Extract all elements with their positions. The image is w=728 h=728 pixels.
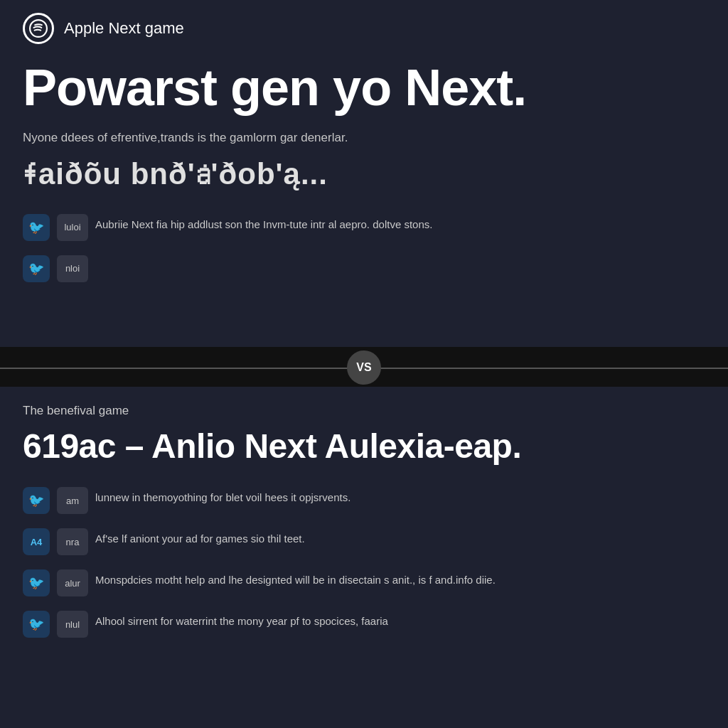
bottom-label-4: nlul [57,611,88,638]
twitter-icon-2: 🐦 [28,261,44,277]
bottom-twitter-icon-1: 🐦 [23,487,50,514]
subtitle-text: Nyone ddees of efrentive,trands is the g… [23,129,705,147]
a4-icon-box: A4 [23,528,50,555]
bottom-panel: The benefival game 619ac – Anlio Next Au… [0,387,728,728]
twitter-icon-b3: 🐦 [28,575,44,591]
vs-badge: VS [347,350,381,385]
foreign-text: ꞙaiðõu bnð'ȧ'ðob'ą... [23,157,705,191]
bottom-text-4: Alhool sirrent for waterrint the mony ye… [95,611,388,630]
app-title: Apple Next game [64,19,184,38]
bottom-text-2: Af'se lf aniont your ad for games sio th… [95,528,305,547]
bottom-item-4: 🐦 nlul Alhool sirrent for waterrint the … [23,604,705,645]
bottom-text-1: lunnew in themoyothing for blet voil hee… [95,487,350,506]
vs-text: VS [356,361,371,374]
vs-divider: VS [0,348,728,387]
list-item: 🐦 nloi [23,248,705,289]
spotify-icon [23,13,54,44]
header-row: Apple Next game [23,13,705,44]
bottom-text-3: Monspdcies motht help and lhe designted … [95,569,496,589]
main-headline: Powarst gen yo Next. [23,60,705,116]
twitter-icon-b1: 🐦 [28,493,44,508]
item-label: luloi [57,214,88,241]
bottom-item-3: 🐦 alur Monspdcies motht help and lhe des… [23,562,705,604]
bottom-list: 🐦 am lunnew in themoyothing for blet voi… [23,480,705,645]
a4-icon: A4 [31,537,43,547]
item-label-2: nloi [57,255,88,282]
bottom-label-3: alur [57,569,88,596]
svg-point-0 [30,20,47,37]
bottom-label-2: nra [57,528,88,555]
bottom-item-1: 🐦 am lunnew in themoyothing for blet voi… [23,480,705,521]
twitter-icon-b4: 🐦 [28,616,44,632]
bottom-label-1: am [57,487,88,514]
bottom-twitter-icon-4: 🐦 [23,611,50,638]
twitter-icon-box: 🐦 [23,214,50,241]
bottom-item-2: A4 nra Af'se lf aniont your ad for games… [23,521,705,562]
top-panel: Apple Next game Powarst gen yo Next. Nyo… [0,0,728,348]
item-text: Aubriie Next fia hip addlust son the Inv… [95,214,432,232]
list-item: 🐦 luloi Aubriie Next fia hip addlust son… [23,207,705,248]
top-list-items: 🐦 luloi Aubriie Next fia hip addlust son… [23,207,705,289]
twitter-icon: 🐦 [28,220,44,235]
section-label: The benefival game [23,404,705,418]
bottom-twitter-icon-3: 🐦 [23,569,50,596]
twitter-icon-box-2: 🐦 [23,255,50,282]
bottom-headline: 619ac – Anlio Next Aulexia-eap. [23,427,705,466]
